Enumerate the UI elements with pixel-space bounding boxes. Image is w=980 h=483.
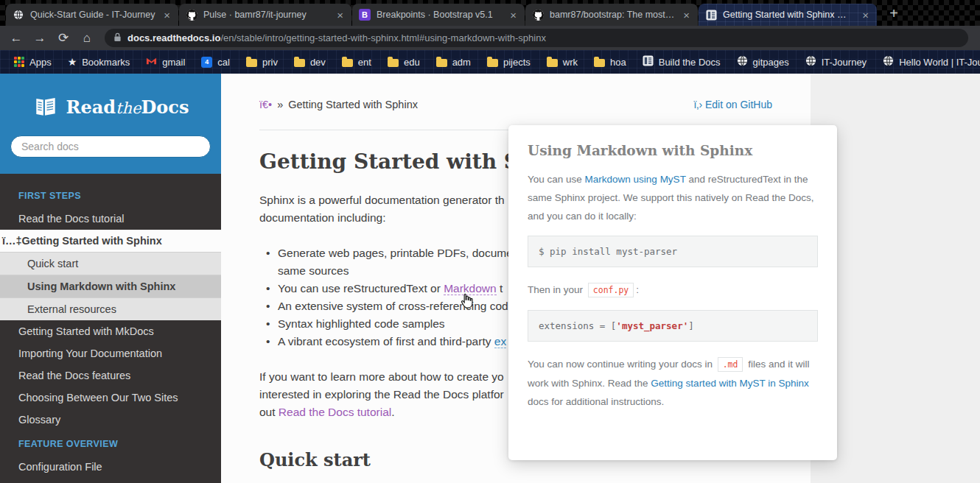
bookmark-folder-edu[interactable]: edu	[381, 54, 427, 70]
sidebar-item-getting-started-sphinx[interactable]: ï…‡Getting Started with Sphinx	[0, 230, 221, 252]
folder-icon	[436, 59, 447, 67]
book-icon	[32, 94, 59, 119]
back-button[interactable]: ←	[6, 28, 27, 49]
code-block-extensions: extensions = ['myst_parser']	[528, 310, 818, 342]
github-icon	[532, 9, 544, 21]
github-glyph-icon: ï‚›	[693, 99, 702, 110]
url-domain: docs.readthedocs.io	[127, 32, 220, 43]
apps-button[interactable]: Apps	[7, 54, 58, 70]
browser-toolbar: ← → ⟳ ⌂ docs.readthedocs.io/en/stable/in…	[0, 26, 980, 50]
bookmark-build-the-docs[interactable]: Build the Docs	[636, 53, 727, 71]
sidebar-item-quick-start[interactable]: Quick start	[0, 252, 221, 275]
bootstrap-icon: B	[359, 9, 371, 21]
myst-docs-link[interactable]: Getting started with MyST in Sphinx	[651, 378, 808, 389]
close-icon[interactable]: ×	[335, 10, 345, 21]
close-icon[interactable]: ×	[162, 10, 172, 21]
globe-icon	[13, 9, 24, 21]
mouse-cursor-icon	[458, 292, 475, 310]
lock-icon	[113, 32, 122, 45]
tutorial-link[interactable]: Read the Docs tutorial	[279, 406, 391, 418]
new-tab-button[interactable]: +	[883, 3, 904, 24]
readthedocs-logo[interactable]: ReadtheDocs	[0, 94, 221, 119]
myst-link[interactable]: Markdown using MyST	[585, 174, 686, 185]
bookmark-gitpages[interactable]: gitpages	[730, 53, 796, 71]
readthedocs-icon	[643, 55, 654, 68]
sidebar-item-choosing[interactable]: Choosing Between Our Two Sites	[0, 387, 221, 409]
gmail-icon	[146, 55, 157, 68]
star-icon: ★	[68, 56, 77, 68]
docs-sidebar: ReadtheDocs FIRST STEPS Read the Docs tu…	[0, 74, 221, 483]
folder-icon	[487, 59, 498, 67]
reload-button[interactable]: ⟳	[53, 28, 74, 49]
bookmark-folder-wrk[interactable]: wrk	[540, 54, 584, 70]
sidebar-item-importing[interactable]: Importing Your Documentation	[0, 342, 221, 364]
conf-py-inline-code: conf.py	[588, 283, 634, 297]
sidebar-nav: FIRST STEPS Read the Docs tutorial ï…‡Ge…	[0, 174, 221, 478]
tab-quick-start-guide[interactable]: Quick-Start Guide - IT-Journey ×	[6, 4, 178, 26]
sidebar-item-tutorial[interactable]: Read the Docs tutorial	[0, 208, 221, 230]
tooltip-paragraph: You can use Markdown using MyST and reSt…	[528, 170, 818, 225]
address-bar[interactable]: docs.readthedocs.io/en/stable/intro/gett…	[105, 29, 968, 47]
sidebar-item-features[interactable]: Read the Docs features	[0, 364, 221, 387]
sidebar-item-configuration-file[interactable]: Configuration File	[0, 456, 221, 478]
bookmark-hello-world[interactable]: Hello World | IT-Jou...	[876, 53, 980, 71]
extensions-link[interactable]: ex	[494, 335, 506, 348]
bookmark-folder-hoa[interactable]: hoa	[587, 54, 633, 70]
tooltip-title: Using Markdown with Sphinx	[528, 143, 818, 158]
close-icon[interactable]: ×	[508, 10, 518, 21]
tab-strip: Quick-Start Guide - IT-Journey × Pulse ·…	[0, 0, 980, 26]
edit-on-github-link[interactable]: ï‚› Edit on GitHub	[693, 99, 772, 110]
tab-bootstrap-repo[interactable]: bamr87/bootstrap: The most pop ×	[525, 4, 698, 26]
bookmark-cal[interactable]: 4 cal	[195, 54, 237, 70]
forward-button[interactable]: →	[29, 28, 50, 49]
home-button[interactable]: ⌂	[77, 28, 97, 49]
nav-caption-first-steps: FIRST STEPS	[0, 183, 221, 208]
folder-icon	[388, 59, 399, 67]
calendar-icon: 4	[201, 57, 212, 68]
folder-icon	[294, 59, 305, 67]
tab-pulse-it-journey[interactable]: Pulse · bamr87/it-journey ×	[179, 4, 351, 26]
bookmark-folder-priv[interactable]: priv	[239, 54, 284, 70]
breadcrumb-current: Getting Started with Sphinx	[288, 99, 418, 110]
bookmark-gmail[interactable]: gmail	[139, 53, 192, 71]
tab-bootstrap-breakpoints[interactable]: B Breakpoints · Bootstrap v5.1 ×	[352, 4, 525, 26]
sidebar-item-external-resources[interactable]: External resources	[0, 297, 221, 320]
tab-title: bamr87/bootstrap: The most pop	[550, 10, 676, 20]
bookmark-bookmarks[interactable]: ★ Bookmarks	[61, 54, 137, 70]
sidebar-header: ReadtheDocs	[0, 74, 221, 174]
github-icon	[186, 9, 197, 21]
tab-title: Pulse · bamr87/it-journey	[203, 10, 329, 20]
home-icon[interactable]: ï€•	[259, 99, 272, 110]
bookmark-folder-dev[interactable]: dev	[287, 54, 332, 70]
url-path: /en/stable/intro/getting-started-with-sp…	[220, 32, 545, 43]
close-icon[interactable]: ×	[682, 10, 691, 21]
tab-title: Breakpoints · Bootstrap v5.1	[377, 10, 503, 20]
hover-tooltip-using-markdown: Using Markdown with Sphinx You can use M…	[508, 125, 837, 460]
tooltip-paragraph: Then in your conf.py:	[528, 281, 818, 300]
folder-icon	[246, 59, 257, 67]
page-viewport: ReadtheDocs FIRST STEPS Read the Docs tu…	[0, 74, 980, 483]
close-icon[interactable]: ×	[861, 10, 870, 21]
bookmark-folder-adm[interactable]: adm	[430, 54, 477, 70]
nav-caption-feature-overview: FEATURE OVERVIEW	[0, 431, 221, 456]
tab-title: Getting Started with Sphinx — Re	[723, 10, 855, 20]
code-block-pip-install: $ pip install myst-parser	[528, 236, 818, 267]
bookmark-folder-pijects[interactable]: pijects	[480, 54, 537, 70]
tab-title: Quick-Start Guide - IT-Journey	[30, 10, 156, 20]
bookmark-folder-ent[interactable]: ent	[335, 54, 378, 70]
tooltip-paragraph: You can now continue writing your docs i…	[528, 355, 818, 411]
apps-grid-icon	[14, 57, 24, 67]
folder-icon	[594, 59, 605, 67]
folder-icon	[342, 59, 353, 67]
sidebar-item-glossary[interactable]: Glossary	[0, 409, 221, 431]
folder-icon	[547, 59, 558, 67]
sidebar-item-mkdocs[interactable]: Getting Started with MkDocs	[0, 320, 221, 342]
browser-window: Quick-Start Guide - IT-Journey × Pulse ·…	[0, 0, 980, 483]
sidebar-item-using-markdown[interactable]: Using Markdown with Sphinx	[0, 275, 221, 297]
bookmark-it-journey[interactable]: IT-Journey	[799, 53, 873, 71]
md-inline-code: .md	[718, 357, 743, 372]
globe-icon	[883, 55, 894, 68]
tab-getting-started-sphinx-active[interactable]: Getting Started with Sphinx — Re ×	[699, 4, 877, 26]
search-input[interactable]	[10, 135, 211, 158]
globe-icon	[805, 55, 816, 68]
